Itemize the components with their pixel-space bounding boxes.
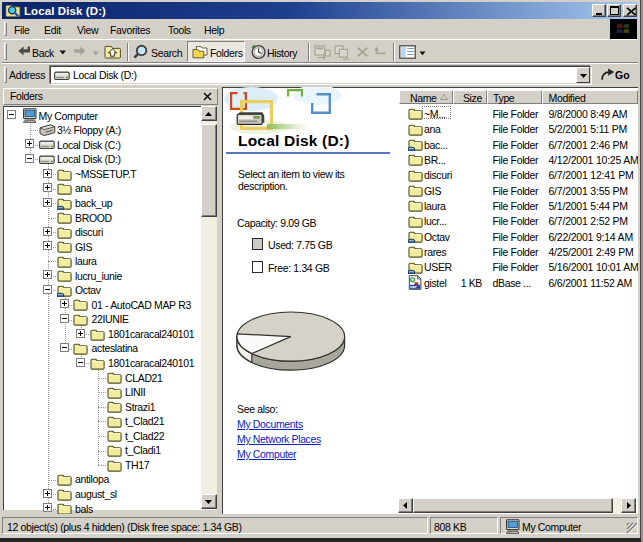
svg-text:DBF: DBF [410,285,418,289]
